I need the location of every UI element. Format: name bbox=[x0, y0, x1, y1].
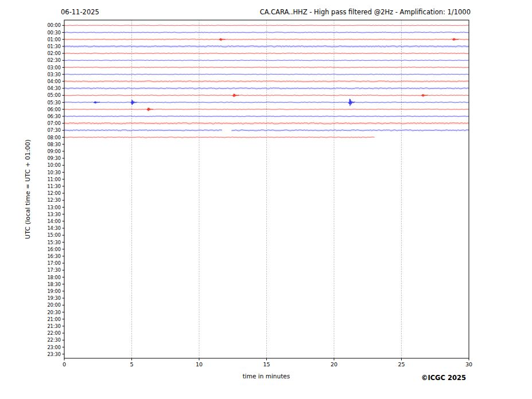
copyright-label: ©ICGC 2025 bbox=[421, 374, 466, 382]
date-label: 06-11-2025 bbox=[61, 8, 99, 16]
y-tick-label-03:30: 03:30 bbox=[47, 72, 61, 77]
y-tick-label-08:00: 08:00 bbox=[47, 135, 61, 140]
y-tick-label-00:00: 00:00 bbox=[47, 22, 61, 28]
y-tick-label-23:30: 23:30 bbox=[47, 351, 61, 357]
y-tick-label-10:00: 10:00 bbox=[47, 162, 61, 168]
trace-06:30 bbox=[64, 116, 469, 116]
x-tick-label-5: 5 bbox=[130, 361, 133, 367]
trace-07:30 bbox=[64, 130, 469, 131]
y-tick-label-22:00: 22:00 bbox=[47, 330, 61, 336]
y-tick-label-20:00: 20:00 bbox=[47, 302, 61, 308]
x-tick-label-10: 10 bbox=[196, 361, 203, 367]
y-tick-label-01:00: 01:00 bbox=[47, 37, 61, 42]
y-tick-label-03:00: 03:00 bbox=[47, 65, 61, 71]
event-spike-01:00 bbox=[219, 38, 226, 41]
event-spike-05:30 bbox=[131, 100, 137, 105]
trace-02:00 bbox=[64, 53, 469, 53]
trace-07:00 bbox=[64, 123, 469, 124]
x-tick-label-20: 20 bbox=[331, 361, 337, 367]
y-tick-label-21:00: 21:00 bbox=[47, 316, 61, 322]
y-tick-label-00:30: 00:30 bbox=[47, 30, 61, 36]
y-tick-label-05:30: 05:30 bbox=[47, 100, 61, 105]
y-tick-label-22:30: 22:30 bbox=[47, 337, 61, 343]
event-spike-05:00 bbox=[421, 94, 428, 96]
event-spike-06:00 bbox=[147, 108, 153, 111]
x-tick-label-0: 0 bbox=[63, 361, 66, 367]
y-tick-label-19:30: 19:30 bbox=[47, 295, 61, 301]
trace-02:30 bbox=[64, 60, 469, 61]
y-tick-label-13:00: 13:00 bbox=[47, 205, 61, 210]
y-tick-label-11:30: 11:30 bbox=[47, 183, 61, 189]
grid-layer bbox=[132, 20, 402, 358]
y-tick-label-06:00: 06:00 bbox=[47, 107, 61, 112]
y-tick-label-15:30: 15:30 bbox=[47, 240, 61, 245]
trace-00:00 bbox=[64, 25, 469, 26]
trace-01:30 bbox=[64, 46, 469, 47]
y-tick-label-08:30: 08:30 bbox=[47, 142, 61, 147]
trace-04:00 bbox=[64, 81, 469, 82]
helicorder-page: 00:0000:3001:0001:3002:0002:3003:0003:30… bbox=[0, 0, 532, 399]
x-tick-label-30: 30 bbox=[465, 361, 472, 367]
event-spike-05:30 bbox=[94, 101, 100, 103]
y-tick-label-04:00: 04:00 bbox=[47, 79, 61, 84]
y-tick-label-16:30: 16:30 bbox=[47, 253, 61, 259]
y-tick-label-07:00: 07:00 bbox=[47, 120, 61, 126]
y-tick-label-10:30: 10:30 bbox=[47, 170, 61, 175]
event-spike-05:00 bbox=[232, 94, 239, 97]
y-tick-label-17:00: 17:00 bbox=[47, 260, 61, 266]
y-tick-label-13:30: 13:30 bbox=[47, 212, 61, 217]
y-tick-label-19:00: 19:00 bbox=[47, 288, 61, 294]
y-tick-label-14:30: 14:30 bbox=[47, 225, 61, 231]
y-tick-label-12:00: 12:00 bbox=[47, 190, 61, 196]
y-tick-label-16:00: 16:00 bbox=[47, 247, 61, 252]
event-spike-01:00 bbox=[452, 38, 459, 41]
plot-title: CA.CARA..HHZ - High pass filtered @2Hz -… bbox=[260, 8, 471, 16]
trace-08:00 bbox=[64, 137, 375, 138]
trace-03:00 bbox=[64, 67, 469, 68]
y-tick-label-06:30: 06:30 bbox=[47, 114, 61, 119]
y-tick-label-09:00: 09:00 bbox=[47, 148, 61, 154]
x-axis-label: time in minutes bbox=[243, 373, 290, 380]
y-tick-label-17:30: 17:30 bbox=[47, 267, 61, 273]
trace-04:30 bbox=[64, 88, 469, 89]
y-tick-label-23:00: 23:00 bbox=[47, 345, 61, 350]
x-tick-label-25: 25 bbox=[398, 361, 405, 367]
event-spike-05:30 bbox=[348, 99, 355, 106]
trace-layer bbox=[64, 25, 469, 138]
y-tick-label-02:30: 02:30 bbox=[47, 57, 61, 63]
helicorder-plot: 00:0000:3001:0001:3002:0002:3003:0003:30… bbox=[0, 0, 532, 399]
y-axis-label: UTC (local time = UTC + 01:00) bbox=[24, 139, 32, 239]
y-tick-label-11:00: 11:00 bbox=[47, 177, 61, 182]
y-tick-label-21:30: 21:30 bbox=[47, 323, 61, 329]
y-tick-label-04:30: 04:30 bbox=[47, 85, 61, 91]
y-tick-label-20:30: 20:30 bbox=[47, 310, 61, 315]
y-tick-label-05:00: 05:00 bbox=[47, 92, 61, 98]
y-tick-label-01:30: 01:30 bbox=[47, 44, 61, 49]
x-tick-label-15: 15 bbox=[263, 361, 270, 367]
y-tick-label-18:00: 18:00 bbox=[47, 275, 61, 280]
trace-03:30 bbox=[64, 74, 469, 75]
y-tick-label-15:00: 15:00 bbox=[47, 232, 61, 238]
trace-00:30 bbox=[64, 32, 469, 33]
y-tick-label-02:00: 02:00 bbox=[47, 50, 61, 56]
y-tick-label-09:30: 09:30 bbox=[47, 155, 61, 161]
y-tick-label-12:30: 12:30 bbox=[47, 197, 61, 203]
trace-05:30 bbox=[64, 99, 469, 106]
y-tick-label-07:30: 07:30 bbox=[47, 127, 61, 133]
trace-01:00 bbox=[64, 38, 469, 41]
y-tick-label-14:00: 14:00 bbox=[47, 218, 61, 224]
y-tick-label-18:30: 18:30 bbox=[47, 281, 61, 287]
